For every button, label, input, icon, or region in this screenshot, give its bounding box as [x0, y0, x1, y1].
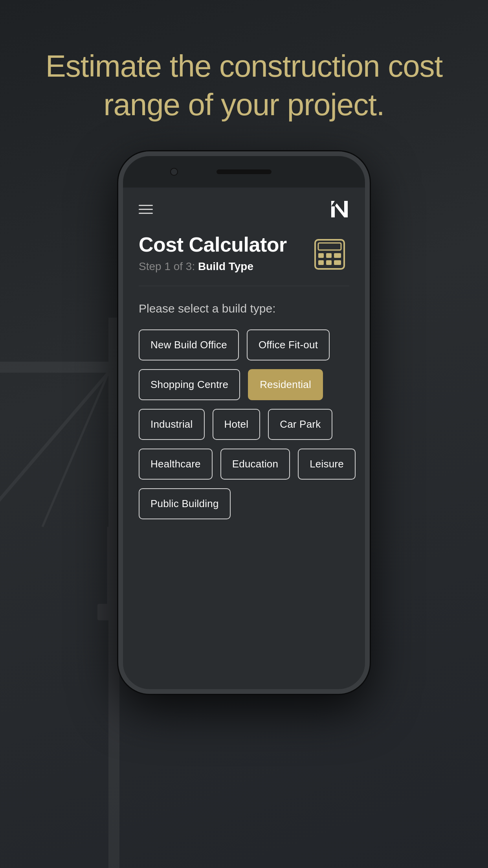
svg-rect-16 — [326, 253, 332, 258]
title-left: Cost Calculator Step 1 of 3: Build Type — [139, 233, 287, 273]
build-row-3: Industrial Hotel Car Park — [139, 409, 349, 440]
build-type-car-park[interactable]: Car Park — [268, 409, 332, 440]
svg-rect-20 — [334, 260, 341, 265]
build-type-public-building[interactable]: Public Building — [139, 488, 231, 519]
calculator-icon-wrapper — [310, 235, 349, 274]
build-types-grid: New Build Office Office Fit-out Shopping… — [139, 329, 349, 519]
build-type-residential[interactable]: Residential — [248, 369, 323, 400]
app-header — [123, 188, 365, 229]
svg-rect-19 — [326, 260, 332, 265]
calculator-icon — [312, 237, 347, 272]
build-type-office-fitout[interactable]: Office Fit-out — [247, 329, 330, 360]
hamburger-line-1 — [139, 205, 153, 206]
step-section: Build Type — [198, 260, 253, 272]
phone-camera — [170, 168, 178, 176]
svg-rect-17 — [334, 253, 341, 258]
build-type-new-build-office[interactable]: New Build Office — [139, 329, 239, 360]
hamburger-line-2 — [139, 209, 153, 210]
hamburger-line-3 — [139, 213, 153, 214]
build-row-1: New Build Office Office Fit-out — [139, 329, 349, 360]
build-type-hotel[interactable]: Hotel — [213, 409, 261, 440]
build-type-leisure[interactable]: Leisure — [298, 449, 356, 480]
step-label: Step 1 of 3: — [139, 260, 195, 272]
build-row-5: Public Building — [139, 488, 349, 519]
svg-line-3 — [0, 373, 108, 527]
svg-rect-14 — [318, 243, 341, 250]
build-type-healthcare[interactable]: Healthcare — [139, 449, 213, 480]
svg-rect-8 — [97, 604, 119, 620]
step-indicator: Step 1 of 3: Build Type — [139, 260, 287, 273]
build-type-shopping-centre[interactable]: Shopping Centre — [139, 369, 240, 400]
svg-line-5 — [42, 373, 108, 527]
phone-speaker — [216, 169, 272, 174]
hero-title: Estimate the construction cost range of … — [31, 47, 457, 124]
title-section: Cost Calculator Step 1 of 3: Build Type — [123, 229, 365, 286]
phone-top-bar — [123, 156, 365, 188]
svg-rect-18 — [318, 260, 324, 265]
hero-section: Estimate the construction cost range of … — [0, 47, 488, 124]
build-type-industrial[interactable]: Industrial — [139, 409, 205, 440]
page-title: Cost Calculator — [139, 233, 287, 256]
phone-body: Cost Calculator Step 1 of 3: Build Type — [118, 151, 370, 694]
select-prompt: Please select a build type: — [139, 302, 349, 315]
build-type-education[interactable]: Education — [220, 449, 290, 480]
build-row-4: Healthcare Education Leisure — [139, 449, 349, 480]
menu-button[interactable] — [139, 205, 153, 214]
app-logo — [330, 199, 349, 219]
phone-mockup: Cost Calculator Step 1 of 3: Build Type — [118, 151, 370, 694]
content-area: Please select a build type: New Build Of… — [123, 286, 365, 519]
build-row-2: Shopping Centre Residential — [139, 369, 349, 400]
svg-rect-0 — [108, 318, 119, 868]
svg-rect-15 — [318, 253, 324, 258]
app-screen: Cost Calculator Step 1 of 3: Build Type — [123, 188, 365, 689]
